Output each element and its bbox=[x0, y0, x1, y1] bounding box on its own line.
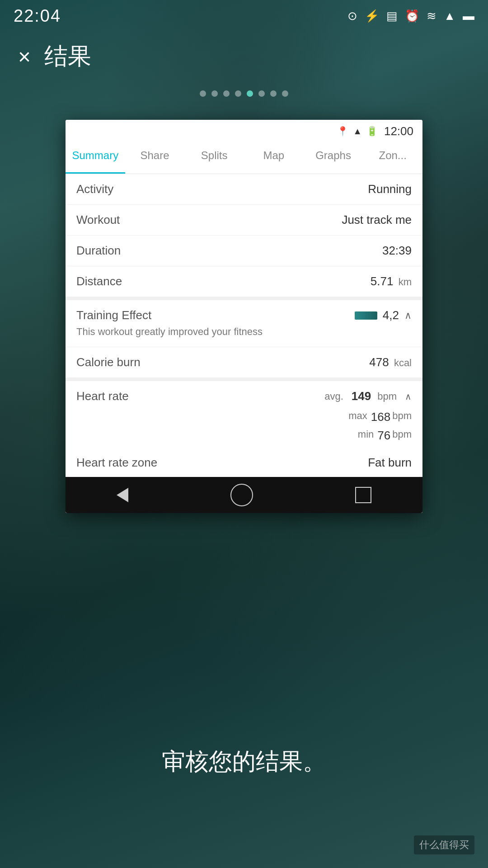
heart-rate-max-row: max 168 bpm bbox=[76, 408, 412, 426]
dot-8 bbox=[282, 90, 288, 97]
heart-rate-zone-label: Heart rate zone bbox=[76, 456, 157, 470]
training-effect-right: 4,2 ∧ bbox=[355, 308, 412, 322]
bottom-nav bbox=[66, 477, 422, 513]
training-effect-description: This workout greatly improved your fitne… bbox=[76, 322, 412, 343]
training-effect-chevron: ∧ bbox=[404, 310, 412, 321]
dot-4 bbox=[235, 90, 241, 97]
bottom-instruction-text: 审核您的结果。 bbox=[0, 746, 488, 778]
basic-stats-card: Activity Running Workout Just track me D… bbox=[66, 174, 422, 297]
wifi-icon: ≋ bbox=[427, 9, 436, 23]
charge-icon: ▬ bbox=[463, 9, 474, 23]
dot-2 bbox=[211, 90, 218, 97]
workout-value: Just track me bbox=[342, 213, 412, 227]
distance-row: Distance 5.71 km bbox=[66, 266, 422, 297]
outer-time: 22:04 bbox=[14, 6, 61, 26]
tab-bar: Summary Share Splits Map Graphs Zon... bbox=[66, 142, 422, 174]
calorie-row: Calorie burn 478 kcal bbox=[66, 347, 422, 377]
signal-icon: ▲ bbox=[444, 9, 455, 23]
close-button[interactable]: × bbox=[18, 44, 31, 69]
content-area[interactable]: Activity Running Workout Just track me D… bbox=[66, 174, 422, 513]
bluetooth-icon: ⚡ bbox=[365, 9, 379, 23]
battery-icon: ▤ bbox=[386, 9, 398, 23]
inner-location-icon: 📍 bbox=[337, 126, 348, 137]
training-effect-row: Training Effect 4,2 ∧ This workout great… bbox=[66, 300, 422, 347]
dot-7 bbox=[270, 90, 277, 97]
heart-rate-sub-rows: max 168 bpm min 76 bpm bbox=[66, 406, 422, 448]
dot-5-active bbox=[247, 90, 253, 97]
heart-rate-avg: avg. 149 bpm ∧ bbox=[324, 389, 412, 403]
watermark: 什么值得买 bbox=[414, 835, 474, 854]
training-effect-bar bbox=[355, 311, 377, 320]
workout-row: Workout Just track me bbox=[66, 205, 422, 236]
recent-apps-button[interactable] bbox=[355, 487, 371, 503]
outer-status-bar: 22:04 ⊙ ⚡ ▤ ⏰ ≋ ▲ ▬ bbox=[0, 0, 488, 32]
inner-signal-icon: ▲ bbox=[353, 126, 362, 137]
inner-time: 12:00 bbox=[384, 124, 413, 138]
inner-status-bar: 📍 ▲ 🔋 12:00 bbox=[66, 120, 422, 142]
training-effect-label: Training Effect bbox=[76, 308, 151, 322]
heart-rate-card: Heart rate avg. 149 bpm ∧ max 168 bpm mi… bbox=[66, 381, 422, 478]
pagination-dots bbox=[200, 90, 288, 97]
tab-splits[interactable]: Splits bbox=[184, 142, 244, 174]
heart-rate-zone-value: Fat burn bbox=[368, 456, 412, 470]
tab-graphs[interactable]: Graphs bbox=[304, 142, 363, 174]
calorie-value: 478 kcal bbox=[369, 355, 412, 369]
phone-frame: 📍 ▲ 🔋 12:00 Summary Share Splits Map Gra… bbox=[66, 120, 422, 513]
training-effect-card: Training Effect 4,2 ∧ This workout great… bbox=[66, 300, 422, 377]
back-button[interactable] bbox=[117, 488, 128, 502]
activity-value: Running bbox=[368, 182, 412, 196]
top-overlay: × 结果 bbox=[0, 32, 488, 81]
tab-zones[interactable]: Zon... bbox=[363, 142, 422, 174]
distance-value: 5.71 km bbox=[371, 274, 412, 288]
heart-rate-label: Heart rate bbox=[76, 389, 129, 403]
dot-3 bbox=[223, 90, 230, 97]
activity-label: Activity bbox=[76, 182, 113, 196]
outer-status-icons: ⊙ ⚡ ▤ ⏰ ≋ ▲ ▬ bbox=[347, 9, 474, 23]
heart-rate-min-row: min 76 bpm bbox=[76, 426, 412, 445]
heart-rate-chevron: ∧ bbox=[405, 391, 412, 402]
heart-rate-zone-row: Heart rate zone Fat burn bbox=[66, 448, 422, 478]
tab-share[interactable]: Share bbox=[125, 142, 185, 174]
inner-battery-icon: 🔋 bbox=[366, 126, 378, 137]
activity-row: Activity Running bbox=[66, 174, 422, 205]
location-icon: ⊙ bbox=[347, 9, 357, 23]
dot-6 bbox=[258, 90, 265, 97]
calorie-label: Calorie burn bbox=[76, 355, 141, 369]
tab-summary[interactable]: Summary bbox=[66, 142, 125, 174]
alarm-icon: ⏰ bbox=[405, 9, 419, 23]
training-effect-value: 4,2 bbox=[383, 308, 399, 322]
overlay-title: 结果 bbox=[44, 41, 91, 72]
tab-map[interactable]: Map bbox=[244, 142, 304, 174]
dot-1 bbox=[200, 90, 206, 97]
duration-row: Duration 32:39 bbox=[66, 236, 422, 266]
workout-label: Workout bbox=[76, 213, 120, 227]
home-button[interactable] bbox=[230, 484, 253, 506]
distance-label: Distance bbox=[76, 274, 122, 288]
heart-rate-avg-row: Heart rate avg. 149 bpm ∧ bbox=[66, 381, 422, 406]
duration-label: Duration bbox=[76, 244, 121, 258]
inner-status-icons: 📍 ▲ 🔋 bbox=[337, 126, 378, 137]
duration-value: 32:39 bbox=[382, 244, 412, 258]
